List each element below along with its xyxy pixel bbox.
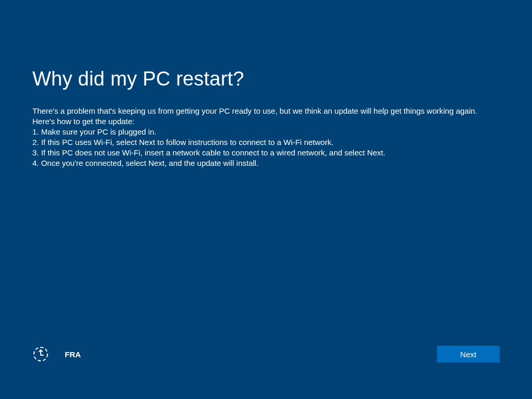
language-selector[interactable]: FRA xyxy=(65,350,81,359)
ease-of-access-icon xyxy=(32,346,49,362)
step3-text: 3. If this PC does not use Wi-Fi, insert… xyxy=(32,148,500,158)
step1-text: 1. Make sure your PC is plugged in. xyxy=(32,127,500,137)
body-text: There's a problem that's keeping us from… xyxy=(32,106,500,168)
ease-of-access-button[interactable] xyxy=(32,346,49,362)
next-button[interactable]: Next xyxy=(437,346,500,362)
step2-text: 2. If this PC uses Wi-Fi, select Next to… xyxy=(32,137,500,148)
page-title: Why did my PC restart? xyxy=(32,68,500,90)
howto-text: Here's how to get the update: xyxy=(32,116,500,127)
intro-text: There's a problem that's keeping us from… xyxy=(32,106,500,116)
step4-text: 4. Once you're connected, select Next, a… xyxy=(32,158,500,168)
